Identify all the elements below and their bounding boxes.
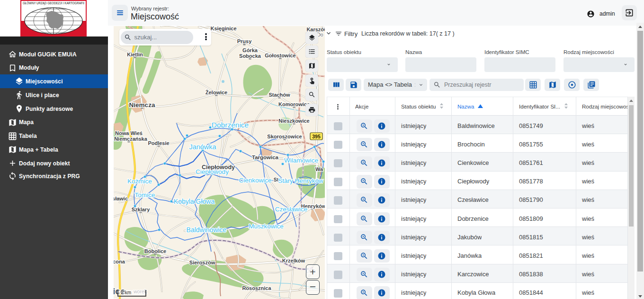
svg-text:Skoroszowice: Skoroszowice (267, 134, 302, 139)
svg-text:Niemcza: Niemcza (129, 101, 155, 109)
svg-text:Rososznica: Rososznica (242, 285, 271, 291)
svg-text:Wa: Wa (315, 166, 323, 172)
svg-text:Podlesie: Podlesie (148, 140, 169, 146)
svg-text:Szklary: Szklary (132, 207, 150, 212)
svg-text:Sieroszów: Sieroszów (189, 260, 215, 265)
svg-text:Tomice: Tomice (135, 191, 155, 199)
svg-text:Kożmice: Kożmice (127, 178, 152, 185)
svg-text:395: 395 (312, 134, 321, 139)
svg-text:Cienkowice: Cienkowice (239, 177, 271, 184)
svg-text:Wilamowice: Wilamowice (284, 157, 318, 164)
svg-text:Księginice: Księginice (210, 26, 236, 31)
svg-text:Targowica: Targowica (252, 154, 279, 160)
svg-text:Sobocka: Sobocka (239, 53, 261, 59)
svg-text:Dobrzenice: Dobrzenice (212, 121, 249, 129)
svg-text:Górka: Górka (242, 47, 258, 53)
svg-text:Janówka: Janówka (189, 143, 216, 151)
svg-text:Baldwinowice: Baldwinowice (187, 226, 227, 234)
svg-text:Nowa Wieś: Nowa Wieś (115, 130, 143, 136)
svg-text:Stary Henryków: Stary Henryków (278, 177, 323, 184)
svg-text:Żelowice: Żelowice (206, 90, 227, 95)
svg-text:Gołostowice: Gołostowice (265, 53, 295, 58)
svg-text:Nieszkowice: Nieszkowice (278, 118, 309, 124)
svg-text:Ciepłowody: Ciepłowody (196, 168, 229, 175)
svg-text:Kobyla Głowa: Kobyla Głowa (174, 198, 215, 205)
svg-text:GŁÓWNY URZĄD GEODEZJI I KARTOG: GŁÓWNY URZĄD GEODEZJI I KARTOGRAFII (23, 1, 84, 5)
svg-text:Kietlin: Kietlin (127, 52, 143, 57)
svg-text:Krzelków: Krzelków (282, 258, 305, 263)
svg-text:Prusy: Prusy (237, 38, 252, 44)
svg-text:Bobolice: Bobolice (144, 248, 166, 254)
svg-text:ścona: ścona (114, 259, 125, 264)
svg-text:Muszkowice: Muszkowice (249, 223, 284, 230)
svg-text:Czesławice: Czesławice (275, 206, 307, 213)
svg-text:Niemczańska: Niemczańska (114, 136, 148, 142)
svg-text:Stachów: Stachów (268, 92, 290, 98)
svg-text:isławic: isławic (114, 196, 128, 201)
